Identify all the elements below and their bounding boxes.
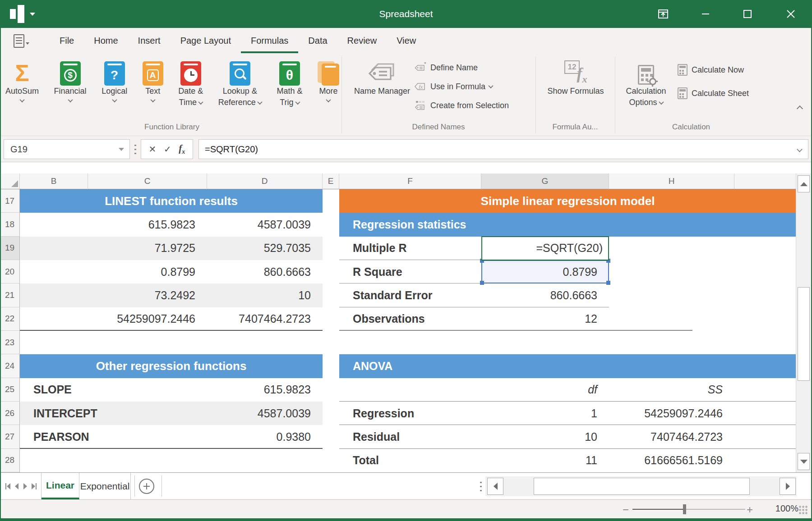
tab-view[interactable]: View xyxy=(387,28,426,53)
first-sheet-button[interactable] xyxy=(5,483,10,489)
cell-anova-banner[interactable]: ANOVA xyxy=(339,354,796,378)
column-header-b[interactable]: B xyxy=(20,174,88,189)
lookup-reference-button[interactable]: Lookup & Reference xyxy=(218,56,262,122)
use-in-formula-button[interactable]: fx Use in Formula xyxy=(414,78,493,95)
cell-ss-header[interactable]: SS xyxy=(609,378,734,402)
cell-standard-error-label[interactable]: Standard Error xyxy=(339,283,481,307)
vertical-scrollbar-thumb[interactable] xyxy=(798,287,810,381)
cell-other-regression-banner[interactable]: Other regression functions xyxy=(20,354,323,378)
formula-bar-resize-dots-icon[interactable] xyxy=(134,143,136,155)
column-header-d[interactable]: D xyxy=(207,174,323,189)
cell-g27[interactable]: 10 xyxy=(481,425,609,448)
cell-g21[interactable]: 860.6663 xyxy=(481,283,609,307)
zoom-slider-handle[interactable] xyxy=(683,504,686,514)
calculate-sheet-button[interactable]: Calculate Sheet xyxy=(678,85,749,102)
tab-page-layout[interactable]: Page Layout xyxy=(171,28,241,53)
resize-grip-icon[interactable] xyxy=(798,505,807,514)
cell-c20[interactable]: 0.8799 xyxy=(88,260,207,283)
cell-g20-referenced[interactable]: 0.8799 xyxy=(481,260,609,283)
autosum-button[interactable]: Σ AutoSum xyxy=(5,56,39,122)
insert-function-icon[interactable]: fx xyxy=(179,143,185,155)
minimize-button[interactable] xyxy=(691,0,720,28)
cell-d19[interactable]: 529.7035 xyxy=(207,237,323,260)
cell-regression-statistics-banner[interactable]: Regression statistics xyxy=(339,213,796,236)
cell-observations-label[interactable]: Observations xyxy=(339,307,481,331)
cell-g28[interactable]: 11 xyxy=(481,449,609,472)
sheet-tab-exponential[interactable]: Exponential xyxy=(79,473,131,499)
horizontal-scrollbar[interactable] xyxy=(485,476,797,496)
column-header-f[interactable]: F xyxy=(339,174,481,189)
scroll-right-button[interactable] xyxy=(780,478,796,495)
scrollbar-resize-dots-icon[interactable] xyxy=(480,480,482,492)
tab-review[interactable]: Review xyxy=(337,28,387,53)
column-header-c[interactable]: C xyxy=(88,174,207,189)
row-header-23[interactable]: 23 xyxy=(0,331,20,354)
scroll-left-button[interactable] xyxy=(487,478,503,495)
cell-linest-title-banner[interactable]: LINEST function results xyxy=(20,189,323,213)
cell-df-header[interactable]: df xyxy=(481,378,609,402)
tab-insert[interactable]: Insert xyxy=(128,28,171,53)
column-header-blank[interactable] xyxy=(734,174,796,189)
cell-residual-label[interactable]: Residual xyxy=(339,425,481,448)
cell-g22[interactable]: 12 xyxy=(481,307,609,331)
tab-formulas[interactable]: Formulas xyxy=(241,28,298,53)
sheet-tab-linear[interactable]: Linear xyxy=(42,473,79,499)
name-manager-button[interactable]: Name Manager xyxy=(347,56,417,122)
cell-g19-editing[interactable]: =SQRT(G20) xyxy=(481,236,609,260)
formula-input[interactable]: =SQRT(G20) xyxy=(198,139,808,159)
cell-d22[interactable]: 7407464.2723 xyxy=(207,307,323,331)
maximize-button[interactable] xyxy=(733,0,762,28)
cancel-icon[interactable]: ✕ xyxy=(149,144,157,155)
row-header-24[interactable]: 24 xyxy=(0,354,20,378)
cell-r-square-label[interactable]: R Square xyxy=(339,260,481,283)
cell-h26[interactable]: 54259097.2446 xyxy=(609,402,734,425)
scroll-up-button[interactable] xyxy=(798,175,810,192)
date-time-button[interactable]: Date & Time xyxy=(178,56,203,122)
calculation-options-button[interactable]: Calculation Options xyxy=(620,56,672,122)
cell-h28[interactable]: 61666561.5169 xyxy=(609,449,734,472)
zoom-slider-track[interactable] xyxy=(632,509,683,510)
name-box[interactable]: G19 xyxy=(4,139,130,159)
cell-h27[interactable]: 7407464.2723 xyxy=(609,425,734,448)
next-sheet-button[interactable] xyxy=(23,483,27,489)
cell-c19[interactable]: 71.9725 xyxy=(88,237,207,260)
collapse-ribbon-chevron-up-icon[interactable] xyxy=(797,105,803,112)
row-header-17[interactable]: 17 xyxy=(0,189,20,213)
zoom-slider-track[interactable] xyxy=(686,509,745,510)
cell-d21[interactable]: 10 xyxy=(207,283,323,307)
scroll-down-button[interactable] xyxy=(798,453,810,470)
zoom-in-icon[interactable]: + xyxy=(747,503,753,516)
cell-d18[interactable]: 4587.0039 xyxy=(207,213,323,236)
enter-check-icon[interactable]: ✓ xyxy=(164,144,171,155)
row-header-28[interactable]: 28 xyxy=(0,449,20,472)
row-header-18[interactable]: 18 xyxy=(0,213,20,236)
math-trig-button[interactable]: θ Math & Trig xyxy=(277,56,302,122)
row-header-20[interactable]: 20 xyxy=(0,260,20,283)
cell-d25[interactable]: 615.9823 xyxy=(207,378,323,402)
last-sheet-button[interactable] xyxy=(32,483,37,489)
cell-regression-label[interactable]: Regression xyxy=(339,402,481,425)
quick-access-toolbar-button[interactable] xyxy=(14,33,33,49)
show-formulas-button[interactable]: 12fx Show Formulas xyxy=(541,56,610,122)
cell-g26[interactable]: 1 xyxy=(481,402,609,425)
vertical-scrollbar[interactable] xyxy=(796,174,811,472)
previous-sheet-button[interactable] xyxy=(15,483,18,489)
cell-regression-model-banner[interactable]: Simple linear regression model xyxy=(339,189,796,213)
column-header-g[interactable]: G xyxy=(481,174,609,189)
cell-multiple-r-label[interactable]: Multiple R xyxy=(339,237,481,260)
logical-button[interactable]: ? Logical xyxy=(102,56,127,122)
row-header-26[interactable]: 26 xyxy=(0,402,20,425)
column-header-e[interactable]: E xyxy=(323,174,339,189)
cell-d26[interactable]: 4587.0039 xyxy=(207,402,323,425)
cell-d27[interactable]: 0.9380 xyxy=(207,425,323,448)
tab-data[interactable]: Data xyxy=(298,28,337,53)
zoom-out-icon[interactable]: − xyxy=(623,503,629,516)
cell-slope-label[interactable]: SLOPE xyxy=(20,378,88,402)
select-all-button[interactable] xyxy=(0,174,20,189)
cell-d20[interactable]: 860.6663 xyxy=(207,260,323,283)
formula-bar-expand-chevron-icon[interactable] xyxy=(797,146,803,152)
cell-c21[interactable]: 73.2492 xyxy=(88,283,207,307)
row-header-21[interactable]: 21 xyxy=(0,283,20,307)
create-from-selection-button[interactable]: Create from Selection xyxy=(414,97,509,114)
horizontal-scrollbar-thumb[interactable] xyxy=(534,478,750,495)
